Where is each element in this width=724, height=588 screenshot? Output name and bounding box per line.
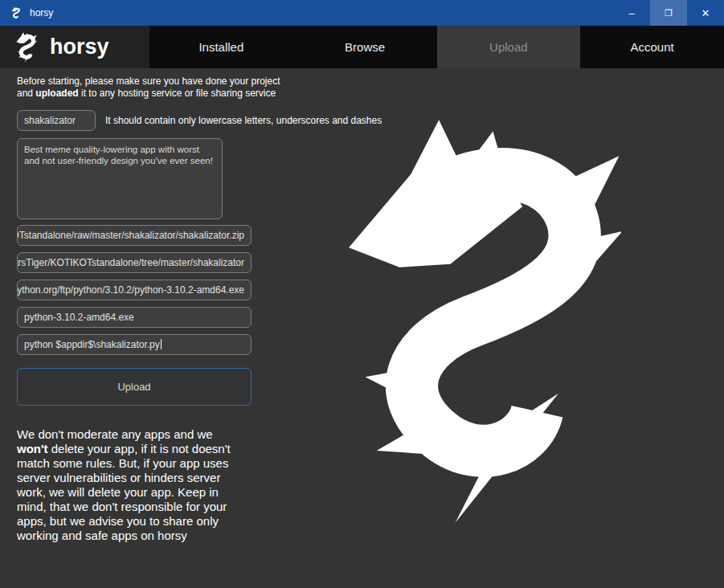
disclaimer-bold: won't [17, 442, 48, 455]
window-controls: – ❐ ✕ [613, 0, 724, 26]
horsy-logo-icon [10, 31, 42, 63]
intro-line2-pre: and [17, 88, 35, 99]
intro-line2-bold: uploaded [35, 88, 78, 99]
window-title: horsy [30, 7, 53, 18]
tab-browse[interactable]: Browse [293, 26, 437, 68]
runtime-url-input[interactable]: w.python.org/ftp/python/3.10.2/python-3.… [17, 280, 252, 300]
run-command-text: python $appdir$\shakalizator.py [24, 339, 160, 350]
app-name-input[interactable]: shakalizator [17, 110, 96, 131]
app-icon [9, 6, 22, 20]
name-row: shakalizator It should contain only lowe… [17, 110, 258, 131]
titlebar[interactable]: horsy – ❐ ✕ [0, 0, 724, 26]
intro-line2-post: it to any hosting service or file sharin… [79, 88, 276, 99]
brand[interactable]: horsy [0, 26, 149, 68]
brand-name: horsy [50, 35, 109, 59]
app-window: horsy – ❐ ✕ horsy Installed Browse Uploa… [0, 0, 724, 588]
disclaimer-text: We don't moderate any apps and we won't … [17, 427, 237, 543]
upload-form: Before starting, please make sure you ha… [17, 76, 258, 543]
minimize-button[interactable]: – [613, 0, 650, 26]
zip-url-input[interactable]: KOTIKOTstandalone/raw/master/shakalizato… [17, 225, 252, 246]
navbar: horsy Installed Browse Upload Account [0, 26, 724, 68]
disclaimer-post: delete your app, if it is not doesn't ma… [17, 442, 231, 542]
upload-button[interactable]: Upload [17, 368, 252, 406]
intro-line1: Before starting, please make sure you ha… [17, 76, 280, 87]
horsy-logo-watermark [325, 107, 621, 533]
text-caret [161, 339, 162, 349]
disclaimer-pre: We don't moderate any apps and we [17, 427, 213, 441]
maximize-button[interactable]: ❐ [650, 0, 687, 26]
description-textarea[interactable]: Best meme quality-lowering app with wors… [17, 138, 223, 219]
repo-url-input[interactable]: com/BarsTiger/KOTIKOTstandalone/tree/mas… [17, 252, 252, 273]
intro-text: Before starting, please make sure you ha… [17, 76, 258, 100]
tab-upload[interactable]: Upload [437, 26, 581, 68]
app-name-hint: It should contain only lowercase letters… [105, 115, 382, 126]
installer-file-input[interactable]: python-3.10.2-amd64.exe [17, 307, 252, 328]
tab-installed[interactable]: Installed [149, 26, 293, 68]
tab-account[interactable]: Account [580, 26, 724, 68]
upload-page: Before starting, please make sure you ha… [0, 68, 724, 588]
close-button[interactable]: ✕ [687, 0, 724, 26]
run-command-input[interactable]: python $appdir$\shakalizator.py [17, 334, 252, 355]
